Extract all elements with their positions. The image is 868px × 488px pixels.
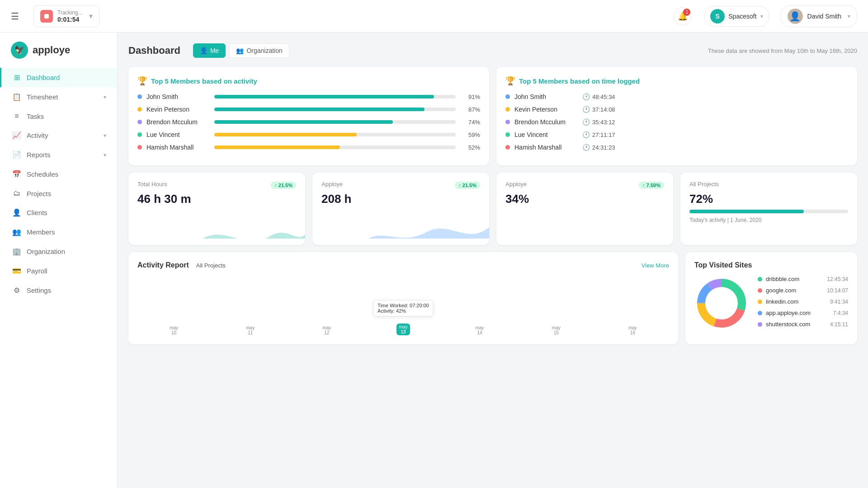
site-name: shutterstock.com: [766, 321, 826, 328]
notifications-button[interactable]: 🔔 1: [674, 7, 692, 25]
member-dot: [137, 132, 142, 137]
activity-members-list: John Smith 91% Kevin Peterson 87% Brendo…: [137, 93, 480, 151]
member-pct: 52%: [464, 144, 480, 151]
bar-month: may: [628, 325, 637, 330]
settings-icon: ⚙: [12, 286, 21, 295]
member-dot: [505, 120, 510, 124]
site-dot: [758, 311, 762, 315]
tab-organization[interactable]: 👥 Organization: [229, 43, 289, 58]
bar-date: 16: [628, 330, 637, 335]
projects-icon: 🗂: [12, 189, 21, 197]
hamburger-menu[interactable]: ☰: [11, 11, 19, 22]
logo-icon: 🦅: [11, 42, 28, 59]
stop-icon: [44, 14, 49, 19]
sidebar-item-projects[interactable]: 🗂 Projects: [0, 184, 117, 203]
site-time: 4:15:11: [830, 321, 848, 328]
stop-tracker-button[interactable]: [40, 10, 53, 23]
sidebar-item-reports[interactable]: 📄 Reports ▾: [0, 145, 117, 164]
member-dot: [505, 94, 510, 99]
view-more-button[interactable]: View More: [642, 262, 669, 269]
sidebar-logo: 🦅 apploye: [0, 42, 117, 68]
bar-month: may: [552, 325, 561, 330]
sidebar-item-payroll[interactable]: 💳 Payroll: [0, 261, 117, 281]
user-menu-button[interactable]: 👤 David Smith ▾: [781, 5, 857, 27]
site-row: app.apploye.com 7:4:34: [758, 310, 848, 316]
bar-column: may 10: [137, 324, 210, 335]
all-projects-sublabel: Today's activity | 1 June, 2020: [689, 217, 848, 223]
trophy-icon: 🏆: [137, 76, 147, 86]
all-projects-progress-track: [689, 210, 848, 213]
sidebar-item-settings[interactable]: ⚙ Settings: [0, 281, 117, 300]
clock-icon: 🕐: [582, 131, 590, 138]
bar-date: 15: [552, 330, 561, 335]
member-dot: [137, 120, 142, 124]
donut-chart: [694, 276, 749, 332]
clock-icon: 🕐: [582, 106, 590, 113]
sidebar-item-dashboard[interactable]: ⊞ Dashboard: [0, 68, 117, 87]
clock-icon: 🕐: [582, 118, 590, 126]
sidebar-item-schedules[interactable]: 📅 Schedules: [0, 164, 117, 184]
bar-date: 10: [170, 330, 178, 335]
date-range: These data are showed from May 10th to M…: [708, 47, 857, 54]
site-row: shutterstock.com 4:15:11: [758, 321, 848, 328]
organization-selector[interactable]: S Spacesoft ▾: [704, 6, 769, 27]
person-icon: 👤: [200, 47, 208, 54]
activity-member-row: Lue Vincent 59%: [137, 131, 480, 138]
bar-column: may 15: [520, 324, 593, 335]
member-name: Kevin Peterson: [514, 106, 578, 113]
sidebar-label-clients: Clients: [27, 209, 47, 216]
site-dot: [758, 288, 762, 293]
sidebar-nav: ⊞ Dashboard 📋 Timesheet ▾ ≡ Tasks �: [0, 68, 117, 300]
logo-text: apploye: [33, 44, 70, 56]
time-card-title: Top 5 Members based on time logged: [519, 77, 640, 85]
bar-month: may: [170, 325, 178, 330]
org-icon: 👥: [236, 47, 244, 54]
chevron-down-icon-activity: ▾: [104, 132, 106, 139]
stat-project-activity: Apploye ↑ 7.50% 34%: [496, 173, 673, 245]
member-time: 🕐 37:14:08: [582, 106, 615, 113]
top-activity-card: 🏆 Top 5 Members based on activity John S…: [128, 67, 489, 165]
clock-icon: 🕐: [582, 144, 590, 151]
org-avatar: S: [710, 9, 725, 23]
tab-me[interactable]: 👤 Me: [193, 43, 226, 58]
sidebar-item-organization[interactable]: 🏢 Organization: [0, 242, 117, 261]
user-name: David Smith: [807, 13, 841, 20]
bar-column: may 14: [443, 324, 516, 335]
sidebar-item-timesheet[interactable]: 📋 Timesheet ▾: [0, 87, 117, 107]
bar-month: may: [322, 325, 331, 330]
bar-date: 11: [246, 330, 255, 335]
activity-filter: All Projects: [196, 262, 226, 269]
activity-member-row: Hamish Marshall 52%: [137, 144, 480, 151]
sidebar-label-reports: Reports: [27, 151, 51, 159]
bar-tooltip: Time Worked: 07:20:00 Activity: 42%: [373, 300, 433, 316]
sidebar-item-tasks[interactable]: ≡ Tasks: [0, 107, 117, 126]
sidebar-item-members[interactable]: 👥 Members: [0, 222, 117, 242]
chevron-down-icon: ▾: [104, 94, 106, 100]
sites-content: dribbble.com 12:45:34 google.com 10:14:0…: [694, 276, 848, 332]
bar-month: may: [476, 325, 484, 330]
stat-most-hours-badge: ↑ 21.5%: [455, 182, 480, 189]
member-progress-bar: [214, 108, 456, 111]
main-content: Dashboard 👤 Me 👥 Organization These data…: [118, 33, 868, 488]
svg-point-6: [706, 287, 737, 319]
member-progress-bar: [214, 95, 456, 99]
site-time: 9:41:34: [830, 299, 848, 305]
notification-badge: 1: [683, 9, 690, 16]
sidebar-item-clients[interactable]: 👤 Clients: [0, 203, 117, 222]
top-members-row: 🏆 Top 5 Members based on activity John S…: [128, 67, 857, 165]
sites-list: dribbble.com 12:45:34 google.com 10:14:0…: [758, 276, 848, 332]
member-name: Brendon Mcculum: [146, 118, 210, 126]
member-name: Lue Vincent: [146, 131, 210, 138]
payroll-icon: 💳: [12, 267, 21, 275]
tracker-dropdown-icon[interactable]: ▾: [89, 12, 93, 20]
all-projects-value: 72%: [689, 192, 848, 206]
activity-member-row: Kevin Peterson 87%: [137, 106, 480, 113]
sidebar-label-members: Members: [27, 228, 55, 236]
member-dot: [137, 94, 142, 99]
top-visited-sites-card: Top Visited Sites: [685, 252, 857, 344]
sidebar-item-activity[interactable]: 📈 Activity ▾: [0, 126, 117, 145]
member-time: 🕐 35:43:12: [582, 118, 615, 126]
stats-row: Total Hours ↑ 21.5% 46 h 30 m Apploye ↑ …: [128, 173, 857, 245]
sidebar-label-settings: Settings: [27, 286, 51, 294]
member-dot: [505, 107, 510, 112]
